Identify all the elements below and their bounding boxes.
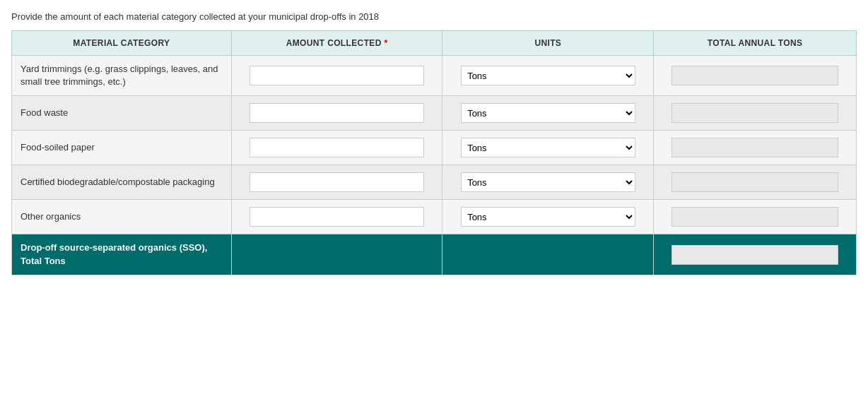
total-row-amount-cell — [231, 234, 442, 275]
total-input-yard-trimmings — [671, 66, 838, 85]
total-input-food-soiled-paper — [671, 138, 838, 157]
units-cell-yard-trimmings: TonsPoundsKilograms — [442, 56, 654, 96]
units-cell-certified-biodegradable: TonsPoundsKilograms — [442, 165, 654, 200]
total-row-units-cell — [442, 234, 654, 275]
units-select-yard-trimmings[interactable]: TonsPoundsKilograms — [461, 66, 635, 85]
total-cell-other-organics — [654, 200, 857, 234]
col-header-total: TOTAL ANNUAL TONS — [654, 31, 857, 56]
units-select-certified-biodegradable[interactable]: TonsPoundsKilograms — [461, 172, 635, 192]
total-row: Drop-off source-separated organics (SSO)… — [12, 234, 857, 275]
total-row-label: Drop-off source-separated organics (SSO)… — [12, 234, 232, 275]
col-header-material: MATERIAL CATEGORY — [12, 31, 232, 56]
amount-cell-yard-trimmings — [231, 56, 442, 96]
total-row-total-cell — [654, 234, 857, 275]
amount-cell-other-organics — [231, 200, 442, 234]
amount-input-food-soiled-paper[interactable] — [250, 138, 423, 157]
materials-table: MATERIAL CATEGORY AMOUNT COLLECTED * UNI… — [11, 30, 857, 275]
amount-cell-food-soiled-paper — [231, 131, 442, 165]
material-name-food-waste: Food waste — [12, 96, 232, 131]
required-star: * — [384, 38, 387, 48]
units-select-food-soiled-paper[interactable]: TonsPoundsKilograms — [461, 138, 635, 157]
amount-input-other-organics[interactable] — [250, 207, 423, 227]
table-row: Certified biodegradable/compostable pack… — [12, 165, 857, 200]
units-select-food-waste[interactable]: TonsPoundsKilograms — [461, 103, 635, 123]
amount-input-yard-trimmings[interactable] — [250, 66, 423, 85]
total-cell-food-soiled-paper — [654, 131, 857, 165]
table-row: Food-soiled paperTonsPoundsKilograms — [12, 131, 857, 165]
total-cell-yard-trimmings — [654, 56, 857, 96]
total-input-certified-biodegradable — [671, 172, 838, 192]
col-header-units: UNITS — [442, 31, 654, 56]
table-row: Yard trimmings (e.g. grass clippings, le… — [12, 56, 857, 96]
amount-cell-food-waste — [231, 96, 442, 131]
units-cell-food-waste: TonsPoundsKilograms — [442, 96, 654, 131]
units-select-other-organics[interactable]: TonsPoundsKilograms — [461, 207, 635, 227]
total-input-other-organics — [671, 207, 838, 227]
total-cell-food-waste — [654, 96, 857, 131]
table-row: Food wasteTonsPoundsKilograms — [12, 96, 857, 131]
units-cell-food-soiled-paper: TonsPoundsKilograms — [442, 131, 654, 165]
amount-cell-certified-biodegradable — [231, 165, 442, 200]
page-instruction: Provide the amount of each material cate… — [11, 11, 857, 22]
amount-input-certified-biodegradable[interactable] — [250, 172, 423, 192]
material-name-certified-biodegradable: Certified biodegradable/compostable pack… — [12, 165, 232, 200]
total-cell-certified-biodegradable — [654, 165, 857, 200]
amount-input-food-waste[interactable] — [250, 103, 423, 123]
material-name-other-organics: Other organics — [12, 200, 232, 234]
total-input-food-waste — [671, 103, 838, 123]
material-name-food-soiled-paper: Food-soiled paper — [12, 131, 232, 165]
material-name-yard-trimmings: Yard trimmings (e.g. grass clippings, le… — [12, 56, 232, 96]
col-header-amount: AMOUNT COLLECTED * — [231, 31, 442, 56]
table-row: Other organicsTonsPoundsKilograms — [12, 200, 857, 234]
units-cell-other-organics: TonsPoundsKilograms — [442, 200, 654, 234]
total-row-total-input — [671, 245, 838, 265]
